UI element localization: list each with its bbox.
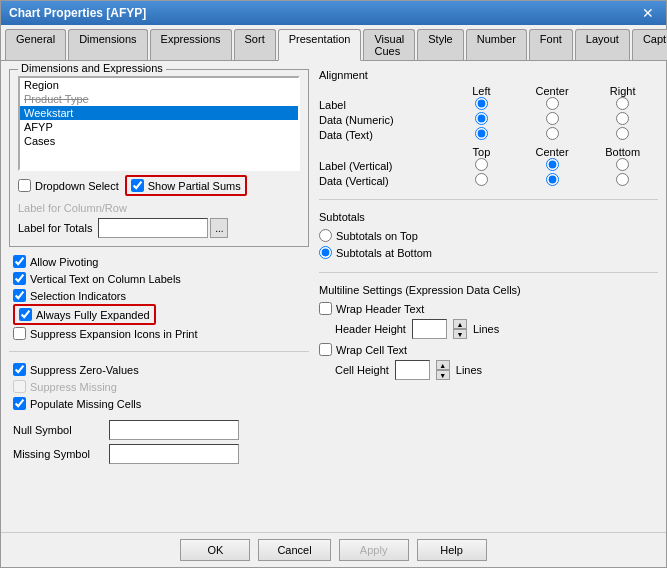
header-height-spinner: ▲ ▼ [453,319,467,339]
cell-height-up[interactable]: ▲ [436,360,450,370]
subtotals-top-row: Subtotals on Top [319,227,658,244]
valign-data-bottom-radio[interactable] [616,173,629,186]
vertical-text-label: Vertical Text on Column Labels [30,273,181,285]
cell-height-input[interactable]: 2 [395,360,430,380]
missing-symbol-input[interactable]: - [109,444,239,464]
suppress-zero-label: Suppress Zero-Values [30,364,139,376]
align-row-label: Label [319,97,658,112]
align-numeric-right-radio[interactable] [616,112,629,125]
tabs-bar: General Dimensions Expressions Sort Pres… [1,25,666,61]
dimensions-group-label: Dimensions and Expressions [18,62,166,74]
align-label-center-radio[interactable] [546,97,559,110]
main-window: Chart Properties [AFYP] ✕ General Dimens… [0,0,667,568]
ok-button[interactable]: OK [180,539,250,561]
subtotals-bottom-label: Subtotals at Bottom [336,247,432,259]
selection-indicators-row: Selection Indicators [13,287,305,304]
subtotals-top-label: Subtotals on Top [336,230,418,242]
list-item-weekstart[interactable]: Weekstart [20,106,298,120]
multiline-title: Multiline Settings (Expression Data Cell… [319,284,658,296]
label-totals-browse-button[interactable]: ... [210,218,228,238]
header-lines-label: Lines [473,323,499,335]
align-numeric-left-radio[interactable] [475,112,488,125]
list-item-cases[interactable]: Cases [20,134,298,148]
align-label-left-radio[interactable] [475,97,488,110]
align-row-data-text: Data (Text) [319,127,658,142]
dropdown-select-checkbox[interactable] [18,179,31,192]
always-expanded-highlight: Always Fully Expanded [13,304,156,325]
suppress-expansion-checkbox[interactable] [13,327,26,340]
align-header-right: Right [587,85,658,97]
valign-label-top-radio[interactable] [475,158,488,171]
label-totals-input[interactable]: Total Week [98,218,208,238]
label-totals-input-group: Total Week ... [98,218,228,238]
selection-indicators-checkbox[interactable] [13,289,26,302]
tab-expressions[interactable]: Expressions [150,29,232,60]
align-label-right-radio[interactable] [616,97,629,110]
valign-data-center-radio[interactable] [546,173,559,186]
help-button[interactable]: Help [417,539,487,561]
align-numeric-center-radio[interactable] [546,112,559,125]
tab-presentation[interactable]: Presentation [278,29,362,61]
main-content: Dimensions and Expressions Region Produc… [1,61,666,532]
align-text-right-radio[interactable] [616,127,629,140]
align-text-center-radio[interactable] [546,127,559,140]
cell-lines-label: Lines [456,364,482,376]
populate-missing-checkbox[interactable] [13,397,26,410]
tab-caption[interactable]: Caption [632,29,667,60]
list-item-afyp[interactable]: AFYP [20,120,298,134]
subtotals-bottom-radio[interactable] [319,246,332,259]
header-height-down[interactable]: ▼ [453,329,467,339]
null-symbol-input[interactable]: - [109,420,239,440]
tab-layout[interactable]: Layout [575,29,630,60]
align-row-data-numeric: Data (Numeric) [319,112,658,127]
list-item-product-type[interactable]: Product Type [20,92,298,106]
null-symbol-text: Null Symbol [13,424,103,436]
header-height-row: Header Height 2 ▲ ▼ Lines [319,317,658,341]
header-height-label: Header Height [335,323,406,335]
valign-label-center-radio[interactable] [546,158,559,171]
header-height-input[interactable]: 2 [412,319,447,339]
header-height-up[interactable]: ▲ [453,319,467,329]
dimensions-list[interactable]: Region Product Type Weekstart AFYP Cases [18,76,300,171]
suppress-expansion-row: Suppress Expansion Icons in Print [13,325,305,342]
tab-font[interactable]: Font [529,29,573,60]
always-fully-expanded-checkbox[interactable] [19,308,32,321]
populate-missing-label: Populate Missing Cells [30,398,141,410]
alignment-table: Left Center Right Label D [319,85,658,142]
tab-general[interactable]: General [5,29,66,60]
valign-data-top-radio[interactable] [475,173,488,186]
dropdown-select-row: Dropdown Select [18,177,119,194]
cell-height-down[interactable]: ▼ [436,370,450,380]
apply-button[interactable]: Apply [339,539,409,561]
show-partial-sums-label: Show Partial Sums [148,180,241,192]
cancel-button[interactable]: Cancel [258,539,330,561]
show-partial-sums-checkbox[interactable] [131,179,144,192]
tab-number[interactable]: Number [466,29,527,60]
suppress-zero-checkbox[interactable] [13,363,26,376]
valign-label-bottom-radio[interactable] [616,158,629,171]
wrap-cell-label: Wrap Cell Text [336,344,407,356]
subtotals-top-radio[interactable] [319,229,332,242]
align-data-text-text: Data (Text) [319,127,446,142]
subtotals-section: Subtotals Subtotals on Top Subtotals at … [319,211,658,261]
allow-pivoting-checkbox[interactable] [13,255,26,268]
tab-sort[interactable]: Sort [234,29,276,60]
tab-style[interactable]: Style [417,29,463,60]
title-bar: Chart Properties [AFYP] ✕ [1,1,666,25]
list-item-region[interactable]: Region [20,78,298,92]
align-text-left-radio[interactable] [475,127,488,140]
window-title: Chart Properties [AFYP] [9,6,146,20]
suppress-missing-row: Suppress Missing [13,378,305,395]
wrap-header-checkbox[interactable] [319,302,332,315]
align-data-numeric-text: Data (Numeric) [319,112,446,127]
suppress-missing-checkbox[interactable] [13,380,26,393]
tab-visual-cues[interactable]: Visual Cues [363,29,415,60]
wrap-cell-checkbox[interactable] [319,343,332,356]
vertical-text-checkbox[interactable] [13,272,26,285]
always-fully-expanded-label: Always Fully Expanded [36,309,150,321]
close-button[interactable]: ✕ [638,5,658,21]
valign-label-text: Label (Vertical) [319,158,446,173]
tab-dimensions[interactable]: Dimensions [68,29,147,60]
label-totals-row: Label for Totals Total Week ... [18,216,300,240]
valign-header-center: Center [517,146,588,158]
